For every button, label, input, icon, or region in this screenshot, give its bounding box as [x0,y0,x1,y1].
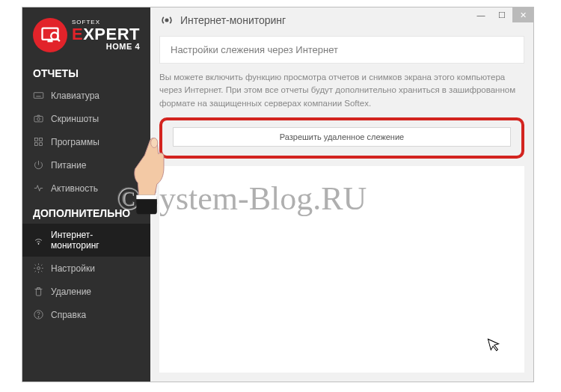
sidebar-item-keyboard[interactable]: Клавиатура [22,84,150,107]
close-button[interactable]: ✕ [512,7,533,22]
svg-point-19 [38,316,39,317]
sidebar-item-internet-monitoring[interactable]: Интернет-мониторинг [22,224,150,257]
section-additional-title: ДОПОЛНИТЕЛЬНО [22,200,150,224]
brand-home: HOME 4 [72,43,140,51]
svg-rect-15 [40,143,43,146]
app-window: SOFTEX EXPERT HOME 4 ОТЧЕТЫ Клавиатура С… [22,7,534,382]
main-panel: — ☐ ✕ Интернет-мониторинг Настройки слеж… [150,7,533,382]
sidebar-item-help[interactable]: Справка [22,303,150,326]
svg-rect-0 [42,28,58,40]
trash-icon [33,286,44,297]
svg-rect-14 [35,143,38,146]
section-reports-title: ОТЧЕТЫ [22,60,150,84]
sidebar-item-label: Настройки [51,263,95,274]
svg-rect-12 [35,138,38,141]
camera-icon [33,113,44,124]
sidebar-item-delete[interactable]: Удаление [22,280,150,303]
sidebar-item-label: Клавиатура [51,91,99,101]
page-title: Интернет-мониторинг [180,14,286,26]
svg-point-11 [37,117,40,120]
svg-rect-4 [34,93,43,99]
help-icon [33,309,44,320]
brand-block: SOFTEX EXPERT HOME 4 [22,7,150,60]
gear-icon [33,263,44,274]
sidebar-item-label: Питание [51,160,86,171]
window-controls: — ☐ ✕ [470,7,533,22]
wifi-icon [33,235,44,246]
svg-rect-10 [34,116,43,122]
svg-line-3 [57,39,60,42]
sidebar-item-label: Удаление [51,287,91,297]
description-text: Вы можете включить функцию просмотра отч… [159,71,524,110]
svg-point-17 [37,267,40,270]
sidebar-item-label: Программы [51,137,99,147]
sidebar: SOFTEX EXPERT HOME 4 ОТЧЕТЫ Клавиатура С… [22,7,150,382]
svg-rect-13 [40,138,43,141]
maximize-button[interactable]: ☐ [491,7,512,22]
sidebar-item-label: Интернет-мониторинг [51,230,140,251]
sidebar-item-label: Активность [51,183,98,194]
keyboard-icon [33,90,44,101]
grid-icon [33,136,44,147]
brand-logo-icon [33,18,67,52]
svg-point-2 [51,33,58,40]
svg-rect-1 [47,40,52,42]
power-icon [33,159,44,171]
svg-point-20 [165,19,168,21]
sidebar-item-label: Справка [51,310,86,320]
highlight-box: Разрешить удаленное слежение [159,117,524,159]
sidebar-item-programs[interactable]: Программы [22,130,150,153]
sidebar-item-screenshots[interactable]: Скриншоты [22,107,150,130]
svg-point-16 [38,243,39,244]
sidebar-item-settings[interactable]: Настройки [22,257,150,280]
sidebar-item-power[interactable]: Питание [22,153,150,177]
activity-icon [33,183,44,194]
content-area [159,166,524,373]
minimize-button[interactable]: — [470,7,491,22]
allow-remote-tracking-button[interactable]: Разрешить удаленное слежение [173,127,511,147]
sidebar-item-activity[interactable]: Активность [22,177,150,200]
broadcast-icon [159,13,174,28]
subheader: Настройки слежения через Интернет [159,36,524,64]
sidebar-item-label: Скриншоты [51,114,99,124]
brand-expert: EXPERT [72,26,140,43]
